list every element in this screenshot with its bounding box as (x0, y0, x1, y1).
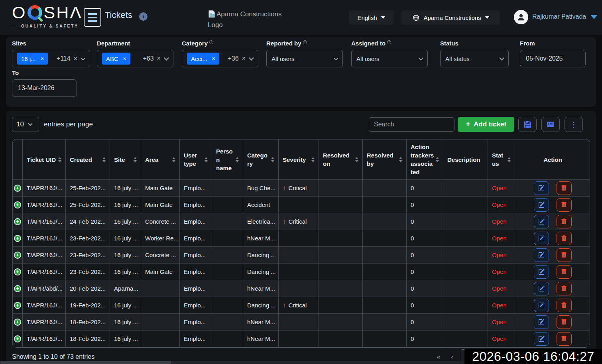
user-menu-caret-icon[interactable] (590, 15, 598, 19)
sort-icon[interactable] (436, 157, 439, 162)
expand-row-icon[interactable]: + (14, 235, 21, 242)
col-area[interactable]: Area (141, 140, 180, 180)
category-chip[interactable]: Acci... × (187, 53, 219, 65)
hamburger-menu-icon[interactable] (84, 8, 101, 27)
sites-more[interactable]: +114 × (57, 55, 77, 62)
edit-ticket-button[interactable] (534, 198, 549, 212)
scrollbar-thumb[interactable] (0, 361, 171, 364)
col-severity[interactable]: Severity (279, 140, 319, 180)
col-person-name[interactable]: Person name (212, 140, 243, 180)
organization-selector[interactable]: Aparna Constructions (401, 10, 500, 25)
sites-chip[interactable]: 16 j... × (17, 53, 48, 65)
delete-ticket-button[interactable] (557, 181, 572, 195)
col-action: Action (515, 140, 590, 180)
chip-remove-icon[interactable]: × (212, 55, 215, 62)
cell-area (141, 297, 180, 314)
columns-view-button[interactable] (541, 117, 560, 132)
delete-ticket-button[interactable] (557, 299, 572, 312)
edit-ticket-button[interactable] (534, 232, 549, 245)
cell-site: 16 july ... (110, 297, 141, 314)
col-category[interactable]: Category (243, 140, 279, 180)
from-date-input[interactable] (520, 50, 586, 67)
cell-resolved-by (363, 247, 407, 264)
edit-ticket-button[interactable] (534, 332, 549, 346)
user-avatar[interactable] (514, 10, 528, 24)
delete-ticket-button[interactable] (557, 332, 572, 346)
col-resolved-by[interactable]: Resolved by (363, 140, 407, 180)
filter-from-label: From (520, 40, 586, 47)
category-multiselect[interactable]: Acci... × +36 × (182, 50, 258, 67)
edit-ticket-button[interactable] (534, 248, 549, 262)
delete-ticket-button[interactable] (557, 282, 572, 295)
sort-icon[interactable] (134, 157, 137, 162)
col-action-trackers[interactable]: Action trackers associated (407, 140, 443, 180)
add-ticket-button[interactable]: + Add ticket (458, 117, 514, 132)
to-date-input[interactable] (12, 79, 77, 97)
caret-down-icon (485, 16, 489, 19)
expand-row-icon[interactable]: + (14, 218, 21, 225)
language-selector[interactable]: English (349, 10, 393, 25)
delete-ticket-button[interactable] (557, 215, 572, 228)
sort-icon[interactable] (311, 157, 315, 162)
info-icon[interactable]: i (139, 12, 148, 21)
edit-ticket-button[interactable] (534, 315, 549, 329)
col-resolved-on[interactable]: Resolved on (319, 140, 363, 180)
delete-ticket-button[interactable] (557, 248, 572, 262)
sort-icon[interactable] (236, 157, 239, 162)
chip-remove-icon[interactable]: × (123, 55, 126, 62)
cell-action-trackers: 0 (407, 197, 443, 213)
sort-icon[interactable] (102, 157, 106, 162)
edit-ticket-button[interactable] (534, 265, 549, 279)
col-user-type[interactable]: User type (180, 140, 212, 180)
save-view-button[interactable] (518, 117, 537, 132)
expand-row-icon[interactable]: + (14, 185, 21, 192)
edit-ticket-button[interactable] (534, 299, 549, 312)
expand-row-icon[interactable]: + (14, 268, 21, 275)
more-options-button[interactable]: ⋮ (565, 117, 583, 132)
expand-row-icon[interactable]: + (14, 335, 21, 342)
status-select[interactable]: All status (440, 50, 509, 67)
col-status[interactable]: Status (488, 140, 515, 180)
clear-all-icon[interactable]: × (157, 55, 161, 62)
sort-icon[interactable] (355, 157, 358, 162)
clear-all-icon[interactable]: × (74, 55, 77, 62)
reported-by-select[interactable]: All users (266, 50, 343, 67)
col-site[interactable]: Site (110, 140, 141, 180)
col-created[interactable]: Created (66, 140, 110, 180)
sort-icon[interactable] (58, 157, 61, 162)
delete-ticket-button[interactable] (557, 265, 572, 279)
edit-ticket-button[interactable] (534, 215, 549, 228)
edit-ticket-button[interactable] (534, 181, 549, 195)
sort-icon[interactable] (271, 157, 274, 162)
cell-resolved-on (319, 230, 363, 247)
department-multiselect[interactable]: ABC × +63 × (97, 50, 173, 67)
category-more[interactable]: +36 × (228, 55, 246, 62)
sort-icon[interactable] (172, 157, 175, 162)
col-ticket-uid[interactable]: Ticket UID (23, 140, 66, 180)
sites-multiselect[interactable]: 16 j... × +114 × (12, 50, 90, 67)
status-value: All status (445, 55, 470, 62)
edit-ticket-button[interactable] (534, 282, 549, 295)
sort-icon[interactable] (205, 157, 208, 162)
chip-remove-icon[interactable]: × (41, 55, 44, 62)
delete-ticket-button[interactable] (557, 315, 572, 329)
expand-row-icon[interactable]: + (14, 252, 21, 259)
sort-icon[interactable] (508, 157, 511, 162)
expand-row-icon[interactable]: + (14, 302, 21, 309)
broken-image-alt-text: Aparna Constructions Logo (208, 10, 281, 29)
expand-row-icon[interactable]: + (14, 201, 21, 209)
department-chip[interactable]: ABC × (102, 53, 130, 65)
assigned-to-select[interactable]: All users (351, 50, 428, 67)
clear-all-icon[interactable]: × (242, 55, 246, 62)
department-more[interactable]: +63 × (143, 55, 161, 62)
delete-ticket-button[interactable] (557, 232, 572, 245)
search-input[interactable] (369, 117, 454, 132)
entries-per-page-select[interactable]: 10 (12, 117, 39, 132)
sort-icon[interactable] (399, 157, 402, 162)
expand-row-icon[interactable]: + (14, 285, 21, 292)
cell-user-type: Emplo... (180, 314, 212, 331)
cell-description (443, 280, 488, 297)
delete-ticket-button[interactable] (557, 198, 572, 212)
expand-row-icon[interactable]: + (14, 319, 21, 326)
cell-area: Main Gate (141, 264, 180, 280)
